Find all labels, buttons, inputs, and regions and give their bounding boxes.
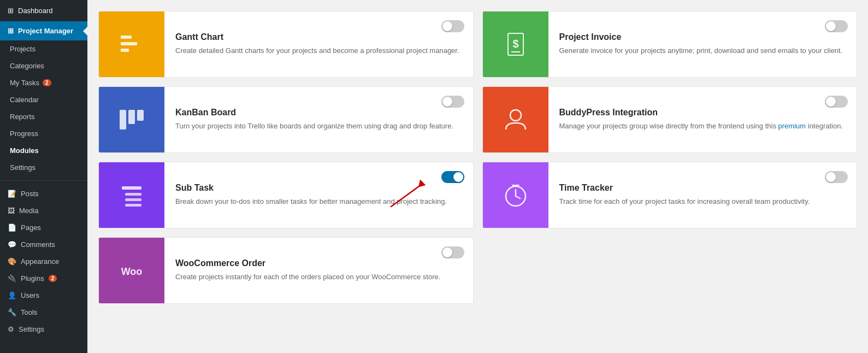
nav-label: Progress [10, 130, 38, 138]
sidebar-item-posts[interactable]: 📝 Posts [0, 185, 87, 202]
posts-icon: 📝 [8, 190, 16, 198]
sidebar-item-reports[interactable]: Reports [0, 108, 87, 125]
badge-plugins: 2 [49, 275, 57, 282]
module-toggle-wrapper-project-invoice [825, 20, 848, 32]
toggle-gantt-chart[interactable] [441, 20, 464, 32]
nav-label: Tools [21, 308, 37, 316]
toggle-time-tracker[interactable] [825, 171, 848, 183]
svg-line-19 [516, 196, 520, 198]
tools-icon: 🔧 [8, 308, 16, 316]
svg-text:$: $ [512, 38, 518, 50]
sidebar-item-users[interactable]: 👤 Users [0, 287, 87, 304]
module-desc-time-tracker: Track time for each of your project task… [559, 196, 846, 207]
module-icon-gantt-chart [99, 11, 164, 77]
svg-rect-5 [137, 110, 144, 121]
sidebar-item-media[interactable]: 🖼 Media [0, 202, 87, 219]
module-desc-woocommerce-order: Create projects instantly for each of th… [175, 272, 462, 283]
badge-my-tasks: 2 [43, 79, 51, 86]
main-content: Gantt ChartCreate detailed Gantt charts … [87, 0, 868, 353]
sidebar: ⊞ Dashboard ⊞ Project Manager ProjectsCa… [0, 0, 87, 353]
sidebar-item-plugins[interactable]: 🔌 Plugins 2 [0, 270, 87, 287]
sidebar-item-settings[interactable]: Settings [0, 159, 87, 176]
svg-rect-6 [122, 186, 141, 190]
pages-icon: 📄 [8, 223, 16, 232]
nav-label: Plugins [21, 274, 44, 283]
toggle-sub-task[interactable] [441, 171, 464, 183]
nav-label: Settings [10, 163, 36, 172]
sidebar-item-appearance[interactable]: 🎨 Appearance [0, 253, 87, 270]
sidebar-project-manager[interactable]: ⊞ Project Manager [0, 21, 87, 40]
appearance-icon: 🎨 [8, 257, 16, 266]
sidebar-item-dashboard[interactable]: ⊞ Dashboard [0, 0, 87, 21]
toggle-buddypress[interactable] [825, 96, 848, 108]
settings-wp-icon: ⚙ [8, 325, 14, 333]
modules-grid: Gantt ChartCreate detailed Gantt charts … [98, 11, 857, 304]
module-desc-sub-task: Break down your to-dos into smaller task… [175, 196, 462, 207]
media-icon: 🖼 [8, 207, 15, 215]
module-icon-kanban-board [99, 87, 164, 152]
sidebar-item-categories[interactable]: Categories [0, 57, 87, 74]
pm-nav: ProjectsCategoriesMy Tasks 2CalendarRepo… [0, 40, 87, 176]
module-icon-time-tracker [483, 162, 548, 228]
module-toggle-wrapper-kanban-board [441, 96, 464, 108]
sidebar-item-pages[interactable]: 📄 Pages [0, 219, 87, 236]
nav-label: Calendar [10, 96, 39, 104]
nav-label: Settings [19, 325, 44, 333]
svg-rect-9 [125, 204, 141, 207]
svg-rect-8 [125, 198, 141, 201]
sidebar-item-progress[interactable]: Progress [0, 125, 87, 142]
svg-rect-7 [125, 193, 141, 196]
module-icon-buddypress [483, 87, 548, 152]
sidebar-item-tools[interactable]: 🔧 Tools [0, 304, 87, 321]
plugins-icon: 🔌 [8, 274, 16, 283]
sidebar-item-my-tasks[interactable]: My Tasks 2 [0, 74, 87, 91]
module-desc-gantt-chart: Create detailed Gantt charts for your pr… [175, 45, 462, 56]
wp-nav: 📝 Posts🖼 Media📄 Pages💬 Comments🎨 Appeara… [0, 185, 87, 338]
nav-label: Projects [10, 45, 36, 53]
module-card-gantt-chart: Gantt ChartCreate detailed Gantt charts … [98, 11, 474, 78]
module-toggle-wrapper-time-tracker [825, 171, 848, 183]
module-card-buddypress: BuddyPress IntegrationManage your projec… [482, 86, 858, 153]
svg-rect-1 [121, 42, 137, 45]
nav-label: Reports [10, 113, 35, 121]
nav-label: Media [19, 207, 38, 215]
toggle-woocommerce-order[interactable] [441, 246, 464, 258]
module-title-time-tracker: Time Tracker [559, 183, 846, 193]
users-icon: 👤 [8, 291, 16, 299]
toggle-project-invoice[interactable] [825, 20, 848, 32]
module-desc-kanban-board: Turn your projects into Trello like boar… [175, 121, 462, 132]
sidebar-item-comments[interactable]: 💬 Comments [0, 236, 87, 253]
module-title-kanban-board: KanBan Board [175, 108, 462, 117]
module-card-project-invoice: $ Project InvoiceGenerate invoice for yo… [482, 11, 858, 78]
module-desc-buddypress: Manage your projects group wise directly… [559, 121, 846, 132]
nav-label: Pages [21, 223, 41, 232]
right-column: $ Project InvoiceGenerate invoice for yo… [482, 11, 858, 304]
module-title-gantt-chart: Gantt Chart [175, 32, 462, 42]
nav-label: Posts [21, 190, 39, 198]
module-toggle-wrapper-sub-task [441, 171, 464, 183]
module-icon-woocommerce-order: Woo [99, 238, 164, 303]
comments-icon: 💬 [8, 240, 16, 249]
pm-icon: ⊞ [8, 27, 14, 35]
toggle-kanban-board[interactable] [441, 96, 464, 108]
nav-label: Appearance [21, 257, 59, 266]
svg-rect-4 [128, 110, 135, 124]
nav-label: Modules [10, 146, 39, 155]
left-column: Gantt ChartCreate detailed Gantt charts … [98, 11, 474, 304]
dashboard-icon: ⊞ [8, 7, 14, 15]
module-desc-project-invoice: Generate invoice for your projects anyti… [559, 45, 846, 56]
module-toggle-wrapper-buddypress [825, 96, 848, 108]
module-toggle-wrapper-gantt-chart [441, 20, 464, 32]
sidebar-item-modules[interactable]: Modules [0, 142, 87, 159]
sidebar-item-settings-wp[interactable]: ⚙ Settings [0, 321, 87, 338]
module-card-time-tracker: Time TrackerTrack time for each of your … [482, 162, 858, 228]
sidebar-item-calendar[interactable]: Calendar [0, 91, 87, 108]
module-card-sub-task: Sub TaskBreak down your to-dos into smal… [98, 162, 474, 228]
module-icon-sub-task [99, 162, 164, 228]
module-title-sub-task: Sub Task [175, 183, 462, 193]
nav-label: Comments [21, 240, 55, 249]
svg-rect-0 [121, 36, 132, 39]
nav-label: Categories [10, 62, 44, 70]
module-card-kanban-board: KanBan BoardTurn your projects into Trel… [98, 86, 474, 153]
sidebar-item-projects[interactable]: Projects [0, 40, 87, 57]
